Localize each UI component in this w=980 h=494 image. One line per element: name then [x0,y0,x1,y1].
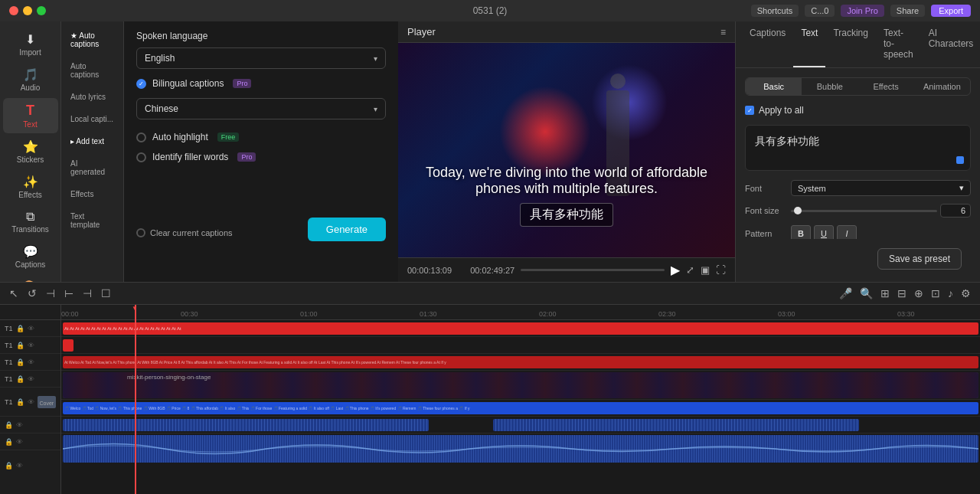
chevron-down-icon: ▾ [374,54,377,63]
share-button[interactable]: Share [890,5,925,17]
audio-btn[interactable]: ♪ [945,286,956,301]
progress-bar[interactable] [521,269,665,271]
shortcuts-button[interactable]: Shortcuts [751,5,799,17]
font-size-input[interactable]: 6 [940,204,971,218]
delete-button[interactable]: ☐ [98,286,114,301]
window-title: 0531 (2) [473,5,508,16]
sub-tab-basic[interactable]: Basic [746,78,802,95]
auto-highlight-row: Auto highlight Free [136,132,386,142]
language-dropdown[interactable]: English ▾ [136,47,386,69]
subtitle-english: Today, we're diving into the world of af… [398,165,735,197]
video-track-content[interactable]: mixkit-person-singing-on-stage [61,371,980,400]
clip-speed[interactable]: ⊕ [911,286,926,301]
mic-button[interactable]: 🎤 [836,286,855,301]
trim-right[interactable]: ⊣ [80,286,95,301]
tab-ai-characters[interactable]: AI Characters [921,21,980,67]
tab-captions[interactable]: Captions [742,21,793,67]
fullscreen-icon[interactable]: ⤢ [686,264,694,276]
sidebar-item-ai-generated[interactable]: AI generated [64,153,120,182]
zoom-out[interactable]: 🔍 [857,286,876,301]
generate-button[interactable]: Generate [308,218,386,241]
sidebar-nav: ★ Auto captions Auto captions Auto lyric… [61,21,124,282]
right-panel-content: Basic Bubble Effects Animation ✓ Apply t… [736,68,980,239]
user-button[interactable]: C...0 [805,5,835,17]
apply-all-checkbox[interactable]: ✓ [745,106,754,115]
toolbar-captions[interactable]: 💬 Captions [3,240,58,273]
join-pro-button[interactable]: Join Pro [841,5,884,17]
undo-button[interactable]: ↺ [24,286,40,301]
audio-track-3 [61,433,980,464]
pro-badge: Pro [233,79,251,88]
zoom-fit[interactable]: ⊞ [877,286,893,301]
left-toolbar: ⬇ Import 🎵 Audio T Text ⭐ Stickers ✨ [0,21,61,282]
tab-text-to-speech[interactable]: Text-to-speech [876,21,921,67]
player-menu-icon[interactable]: ≡ [720,27,726,38]
split-button[interactable]: ⊣ [43,286,58,301]
font-row: Font System ▾ [745,180,971,196]
cursor-tool[interactable]: ↖ [6,286,21,301]
transitions-icon: ⧉ [26,210,34,224]
minimize-button[interactable] [23,6,32,15]
timeline-area: ↖ ↺ ⊣ ⊢ ⊣ ☐ 🎤 🔍 ⊞ ⊟ ⊕ ⊡ ♪ ⚙ [0,282,980,494]
font-size-slider[interactable] [791,210,937,212]
toolbar-import[interactable]: ⬇ Import [3,28,58,61]
subtitle-btn[interactable]: ⊡ [928,286,943,301]
save-as-preset-button[interactable]: Save as preset [877,248,962,270]
audio-track-1[interactable]: 🎵 Welco 🎵 Tod 🎵 Now, let's 🎵 This phone … [61,400,980,417]
underline-button[interactable]: U [814,225,834,239]
settings-btn[interactable]: ⚙ [958,286,974,301]
font-size-row: Font size 6 [745,204,971,218]
expand-icon[interactable]: ⛶ [716,264,726,276]
track-label-4: T1 🔒 👁 [0,371,60,388]
sidebar-item-effects[interactable]: Effects [64,184,120,204]
play-button[interactable]: ▶ [671,263,680,277]
sidebar-item-auto-captions-star[interactable]: ★ Auto captions [64,25,120,54]
sidebar-item-auto-lyrics[interactable]: Auto lyrics [64,87,120,107]
aspect-ratio-icon[interactable]: ▣ [701,264,710,276]
italic-button[interactable]: I [837,225,857,239]
audio-clips-1: 🎵 Welco 🎵 Tod 🎵 Now, let's 🎵 This phone … [63,402,978,414]
bilingual-checkbox[interactable]: ✓ [136,79,146,89]
toolbar-text[interactable]: T Text [3,98,58,133]
toolbar-transitions[interactable]: ⧉ Transitions [3,205,58,238]
sidebar-item-local-captions[interactable]: Local capti... [64,109,120,129]
clear-checkbox[interactable] [136,228,145,237]
sidebar-item-add-text[interactable]: ▸ Add text [64,131,120,152]
tab-tracking[interactable]: Tracking [825,21,876,67]
toolbar-stickers[interactable]: ⭐ Stickers [3,135,58,168]
subtitle-chinese: 具有多种功能 [520,203,613,227]
sub-tab-animation[interactable]: Animation [914,78,970,95]
sidebar-item-text-template[interactable]: Text template [64,206,120,235]
filler-words-checkbox[interactable] [136,152,146,162]
font-value: System [798,184,826,193]
track-label-audio1: 🔒 👁 [0,417,60,433]
bold-button[interactable]: B [791,225,811,239]
export-button[interactable]: Export [931,5,971,17]
captions-content: Spoken language English ▾ ✓ Bilingual ca… [124,21,398,282]
toolbar-audio[interactable]: 🎵 Audio [3,63,58,97]
tab-text[interactable]: Text [793,21,825,67]
format-btn-group: B U I [791,225,857,239]
clear-captions-row[interactable]: Clear current captions [136,228,233,237]
close-button[interactable] [9,6,18,15]
window-controls[interactable] [9,6,46,15]
slider-thumb[interactable] [794,207,802,214]
title-bar: 0531 (2) Shortcuts C...0 Join Pro Share … [0,0,980,21]
trim-left[interactable]: ⊢ [61,286,77,301]
player-title: Player [407,26,436,38]
track-1-content[interactable]: At At At At At At At At At At At At At A… [61,320,980,337]
timeline-toolbar: ↖ ↺ ⊣ ⊢ ⊣ ☐ 🎤 🔍 ⊞ ⊟ ⊕ ⊡ ♪ ⚙ [0,283,980,305]
track-3-content[interactable]: At Welco At Tod At Now,let's At This pho… [61,354,980,371]
track-2-content[interactable] [61,337,980,354]
zoom-in[interactable]: ⊟ [894,286,910,301]
maximize-button[interactable] [37,6,46,15]
bilingual-lang-dropdown[interactable]: Chinese ▾ [136,98,386,119]
font-dropdown[interactable]: System ▾ [791,180,971,196]
toolbar-effects[interactable]: ✨ Effects [3,170,58,204]
track-label-3: T1 🔒 👁 [0,354,60,371]
sidebar-item-auto-captions[interactable]: Auto captions [64,56,120,85]
auto-highlight-checkbox[interactable] [136,132,146,142]
sub-tab-bubble[interactable]: Bubble [802,78,858,95]
timeline-ruler: 00:00 00:30 01:00 01:30 02:00 02:30 03:0… [61,305,980,320]
sub-tab-effects[interactable]: Effects [858,78,914,95]
